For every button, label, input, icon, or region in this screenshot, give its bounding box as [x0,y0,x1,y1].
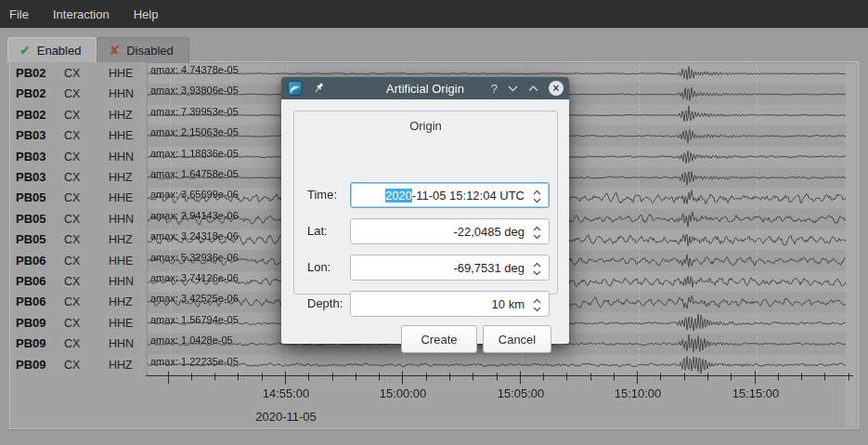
shade-button[interactable] [508,85,518,92]
axis-tick-label: 15:15:00 [714,386,797,400]
channel-code: HHE [109,313,133,334]
pin-icon[interactable] [312,82,325,95]
network-code: CX [64,334,80,354]
station-code: PB09 [16,355,46,375]
channel-code: HHE [109,251,133,271]
channel-code: HHN [109,84,134,104]
station-code: PB02 [16,105,46,125]
network-code: CX [64,147,80,167]
depth-value: 10 km [492,297,525,311]
station-code: PB03 [16,147,46,167]
maximize-button[interactable] [528,85,538,92]
channel-code: HHZ [109,292,133,312]
create-button[interactable]: Create [401,325,477,353]
lon-label: Lon: [307,255,330,281]
close-icon: × [552,83,559,94]
depth-label: Depth: [307,291,343,317]
tab-disabled-label: Disabled [126,44,174,58]
table-row[interactable]: PB09CXHHZ [10,355,148,375]
table-row[interactable]: PB09CXHHE [10,313,148,334]
table-row[interactable]: PB06CXHHN [10,271,148,292]
station-code: PB02 [16,63,46,84]
menu-bar: File Interaction Help [0,0,868,28]
network-code: CX [64,167,80,188]
station-code: PB09 [16,313,46,334]
channel-code: HHE [109,188,133,208]
seiscomp-app-icon [288,81,303,96]
network-code: CX [64,251,80,271]
time-input[interactable]: 2020-11-05 15:12:04 UTC [350,182,550,208]
table-row[interactable]: PB03CXHHN [10,147,148,167]
station-code: PB03 [16,125,46,146]
table-row[interactable]: PB02CXHHZ [10,105,148,125]
lon-spinner[interactable] [531,255,542,281]
station-code: PB05 [16,209,46,229]
lat-spinner[interactable] [531,219,542,245]
station-code: PB06 [16,251,46,271]
network-code: CX [64,229,80,250]
channel-code: HHZ [109,105,133,125]
dialog-titlebar[interactable]: Artificial Origin [281,77,569,99]
menu-file[interactable]: File [9,7,42,21]
station-code: PB06 [16,292,46,312]
axis-tick-label: 14:55:00 [244,386,328,400]
axis-tick-label: 15:05:00 [479,386,563,400]
network-code: CX [64,355,80,375]
channel-code: HHN [109,209,134,229]
menu-help[interactable]: Help [134,7,172,21]
channel-code: HHN [109,271,134,292]
table-row[interactable]: PB06CXHHE [10,251,148,271]
station-code: PB02 [16,84,46,104]
channel-code: HHZ [109,355,133,375]
lat-label: Lat: [307,218,328,244]
time-selected-text: 2020 [385,189,412,203]
table-row[interactable]: PB05CXHHE [10,188,148,208]
station-list: PB02CXHHEPB02CXHHNPB02CXHHZPB03CXHHEPB03… [10,62,148,376]
table-row[interactable]: PB03CXHHZ [10,167,148,188]
table-row[interactable]: PB06CXHHZ [10,292,148,312]
tab-strip: ✔ Enabled ✘ Disabled [7,37,189,62]
axis-tick-label: 15:00:00 [361,386,445,400]
table-row[interactable]: PB05CXHHN [10,209,148,229]
network-code: CX [64,292,80,312]
station-code: PB06 [16,271,46,292]
check-icon: ✔ [19,44,31,57]
origin-groupbox: Origin Time: 2020-11-05 15:12:04 UTC Lat… [293,111,558,294]
table-row[interactable]: PB05CXHHZ [10,229,148,250]
depth-spinner[interactable] [531,292,542,318]
channel-code: HHZ [109,167,133,188]
depth-input[interactable]: 10 km [350,291,550,317]
table-row[interactable]: PB02CXHHN [10,84,148,104]
network-code: CX [64,125,80,146]
cross-icon: ✘ [109,44,120,57]
dialog-body: Origin Time: 2020-11-05 15:12:04 UTC Lat… [281,99,569,344]
station-code: PB03 [16,167,46,188]
cancel-button[interactable]: Cancel [483,325,551,353]
lat-value: -22,0485 deg [453,225,525,239]
axis-tick-label: 15:10:00 [596,386,680,400]
table-row[interactable]: PB09CXHHN [10,334,148,354]
artificial-origin-dialog: Artificial Origin [281,77,569,344]
table-row[interactable]: PB02CXHHE [10,63,148,84]
channel-code: HHE [109,63,133,84]
channel-code: HHN [109,147,134,167]
help-button[interactable]: ? [491,83,498,95]
axis-date-label: 2020-11-05 [240,410,332,424]
time-spinner[interactable] [531,183,542,209]
groupbox-title: Origin [294,111,557,133]
tab-enabled-label: Enabled [37,44,82,58]
lat-input[interactable]: -22,0485 deg [350,218,550,244]
network-code: CX [64,209,80,229]
menu-interaction[interactable]: Interaction [53,7,123,21]
table-row[interactable]: PB03CXHHE [10,125,148,146]
dialog-button-row: Create Cancel [281,325,569,353]
time-rest-text: -11-05 15:12:04 UTC [412,189,525,203]
tab-enabled[interactable]: ✔ Enabled [7,37,97,62]
close-button[interactable]: × [549,81,564,96]
lon-input[interactable]: -69,7531 deg [350,255,550,281]
network-code: CX [64,313,80,334]
station-code: PB09 [16,334,46,354]
channel-code: HHE [109,125,133,146]
tab-disabled[interactable]: ✘ Disabled [97,37,188,62]
time-label: Time: [307,182,337,208]
